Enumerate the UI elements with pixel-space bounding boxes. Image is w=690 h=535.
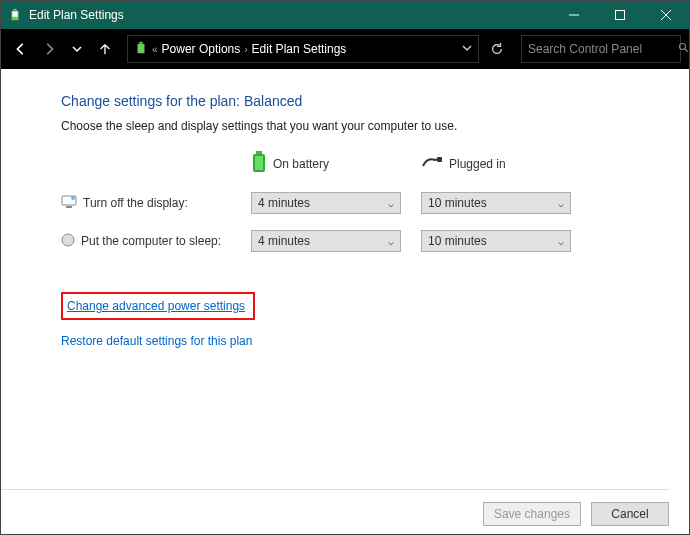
svg-point-18	[62, 234, 74, 246]
svg-rect-2	[12, 12, 17, 17]
dropdown-value: 4 minutes	[258, 196, 310, 210]
dropdown-value: 4 minutes	[258, 234, 310, 248]
refresh-button[interactable]	[483, 35, 511, 63]
chevron-down-icon: ⌵	[388, 236, 394, 247]
svg-rect-8	[138, 43, 145, 53]
plug-icon	[421, 155, 443, 172]
app-icon	[7, 7, 23, 23]
chevron-down-icon[interactable]	[462, 43, 472, 55]
up-button[interactable]	[93, 37, 117, 61]
cancel-button[interactable]: Cancel	[591, 502, 669, 526]
svg-rect-11	[256, 151, 262, 154]
chevron-right-icon: ›	[244, 44, 247, 55]
svg-rect-0	[13, 9, 17, 11]
dropdown-value: 10 minutes	[428, 234, 487, 248]
monitor-icon	[61, 195, 77, 212]
column-label: On battery	[273, 157, 329, 171]
restore-defaults-link[interactable]: Restore default settings for this plan	[61, 334, 689, 348]
sleep-battery-dropdown[interactable]: 4 minutes⌵	[251, 230, 401, 252]
page-description: Choose the sleep and display settings th…	[61, 119, 689, 133]
display-plugged-dropdown[interactable]: 10 minutes⌵	[421, 192, 571, 214]
forward-button[interactable]	[37, 37, 61, 61]
sleep-plugged-dropdown[interactable]: 10 minutes⌵	[421, 230, 571, 252]
column-header-plugged: Plugged in	[421, 155, 581, 172]
highlight-box: Change advanced power settings	[61, 292, 255, 320]
window-title: Edit Plan Settings	[29, 8, 551, 22]
svg-rect-13	[255, 156, 263, 170]
svg-point-9	[680, 43, 686, 49]
svg-rect-14	[437, 157, 442, 162]
row-label-text: Put the computer to sleep:	[81, 234, 221, 248]
row-sleep-label: Put the computer to sleep:	[61, 233, 241, 250]
svg-rect-7	[139, 41, 143, 43]
content-area: Change settings for the plan: Balanced C…	[1, 69, 689, 534]
search-icon[interactable]	[678, 42, 690, 57]
svg-point-16	[71, 196, 75, 200]
svg-rect-4	[616, 11, 625, 20]
chevron-down-icon: ⌵	[558, 236, 564, 247]
search-input[interactable]	[528, 42, 678, 56]
footer: Save changes Cancel	[1, 489, 669, 526]
svg-rect-17	[66, 206, 72, 208]
maximize-button[interactable]	[597, 1, 643, 29]
moon-icon	[61, 233, 75, 250]
row-display-label: Turn off the display:	[61, 195, 241, 212]
chevron-left-icon: «	[152, 44, 158, 55]
control-panel-icon	[134, 41, 148, 58]
page-heading: Change settings for the plan: Balanced	[61, 93, 689, 109]
navbar: « Power Options › Edit Plan Settings	[1, 29, 689, 69]
breadcrumb[interactable]: « Power Options › Edit Plan Settings	[127, 35, 479, 63]
chevron-down-icon: ⌵	[558, 198, 564, 209]
row-label-text: Turn off the display:	[83, 196, 188, 210]
battery-icon	[251, 151, 267, 176]
breadcrumb-item[interactable]: Edit Plan Settings	[252, 42, 347, 56]
close-button[interactable]	[643, 1, 689, 29]
recent-dropdown-icon[interactable]	[65, 37, 89, 61]
titlebar: Edit Plan Settings	[1, 1, 689, 29]
svg-line-10	[685, 48, 688, 51]
column-label: Plugged in	[449, 157, 506, 171]
dropdown-value: 10 minutes	[428, 196, 487, 210]
display-battery-dropdown[interactable]: 4 minutes⌵	[251, 192, 401, 214]
column-header-battery: On battery	[251, 151, 411, 176]
chevron-down-icon: ⌵	[388, 198, 394, 209]
search-box[interactable]	[521, 35, 681, 63]
minimize-button[interactable]	[551, 1, 597, 29]
advanced-settings-link[interactable]: Change advanced power settings	[67, 299, 245, 313]
save-button[interactable]: Save changes	[483, 502, 581, 526]
breadcrumb-item[interactable]: Power Options	[162, 42, 241, 56]
back-button[interactable]	[9, 37, 33, 61]
